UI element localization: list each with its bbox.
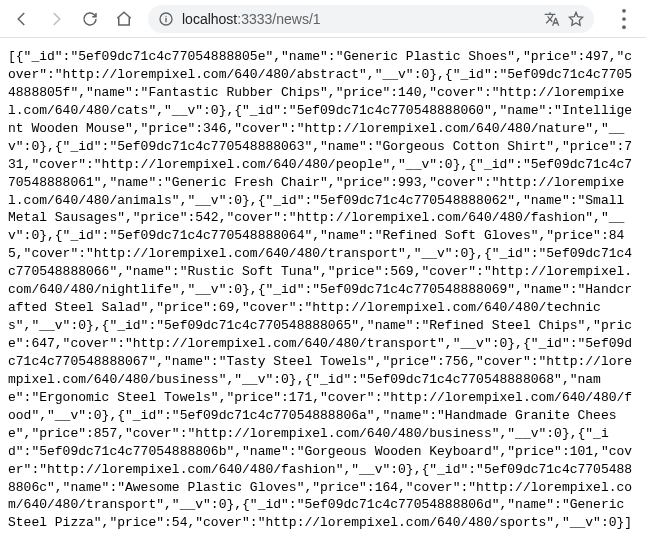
svg-point-5 (622, 25, 626, 29)
address-bar[interactable]: localhost:3333/news/1 (148, 5, 594, 33)
page-json-body: [{"_id":"5ef09dc71c4c77054888805e","name… (0, 38, 646, 542)
reload-icon (81, 10, 99, 28)
site-info-icon[interactable] (158, 11, 174, 27)
browser-menu-button[interactable] (610, 5, 638, 33)
arrow-right-icon (47, 10, 65, 28)
reload-button[interactable] (76, 5, 104, 33)
browser-toolbar: localhost:3333/news/1 (0, 0, 646, 38)
translate-icon[interactable] (544, 11, 560, 27)
home-icon (115, 10, 133, 28)
forward-button[interactable] (42, 5, 70, 33)
home-button[interactable] (110, 5, 138, 33)
arrow-left-icon (13, 10, 31, 28)
bookmark-star-icon[interactable] (568, 11, 584, 27)
url-text: localhost:3333/news/1 (182, 11, 321, 27)
kebab-menu-icon (610, 5, 638, 33)
back-button[interactable] (8, 5, 36, 33)
svg-point-4 (622, 17, 626, 21)
svg-point-3 (622, 8, 626, 12)
